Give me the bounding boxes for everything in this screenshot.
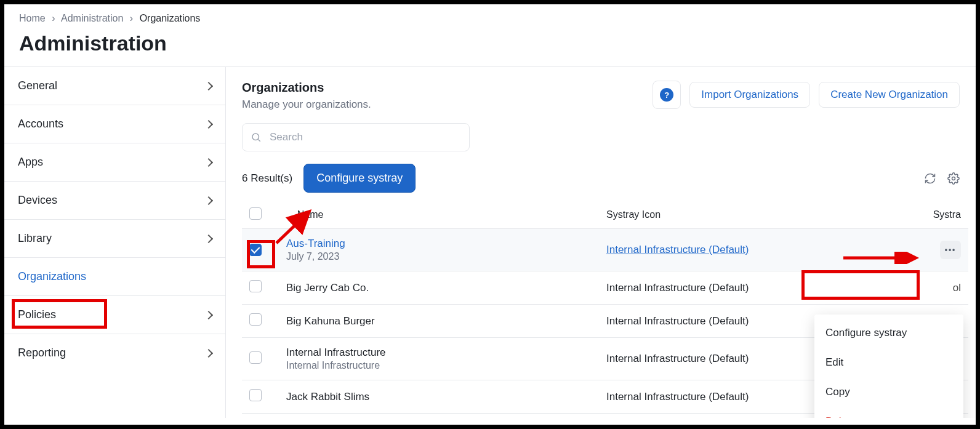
help-button[interactable]: ?	[653, 81, 681, 109]
sidebar: General Accounts Apps Devices Library Or…	[4, 67, 226, 418]
systray-icon-value: Internal Infrastructure (Default)	[606, 282, 749, 294]
systray-icon-value: Internal Infrastructure (Default)	[606, 353, 749, 364]
import-organizations-button[interactable]: Import Organizations	[689, 82, 810, 108]
sidebar-item-accounts[interactable]: Accounts	[4, 105, 225, 143]
section-subtitle: Manage your organizations.	[242, 98, 371, 111]
breadcrumb-home[interactable]: Home	[19, 13, 46, 23]
column-header-name[interactable]: Name	[279, 201, 599, 229]
chevron-right-icon	[204, 119, 213, 128]
sidebar-item-label: Library	[18, 232, 52, 245]
gear-icon[interactable]	[947, 172, 960, 185]
results-count: 6 Result(s)	[242, 172, 292, 185]
select-all-checkbox[interactable]	[249, 207, 262, 220]
sidebar-item-label: Devices	[18, 194, 57, 207]
row-checkbox[interactable]	[249, 244, 262, 256]
sidebar-item-library[interactable]: Library	[4, 220, 225, 258]
organization-name: Big Kahuna Burger	[286, 315, 375, 327]
organization-name: Internal Infrastructure	[286, 347, 386, 358]
menu-edit[interactable]: Edit	[814, 348, 963, 377]
organization-date: July 7, 2023	[286, 251, 592, 262]
chevron-right-icon	[204, 81, 213, 90]
svg-point-0	[252, 134, 259, 140]
organization-subname: Internal Infrastructure	[286, 360, 592, 371]
row-checkbox[interactable]	[249, 351, 262, 364]
sidebar-item-general[interactable]: General	[4, 67, 225, 105]
row-checkbox[interactable]	[249, 389, 262, 401]
row-actions-button[interactable]: •••	[940, 241, 961, 259]
organization-name: Jack Rabbit Slims	[286, 391, 369, 403]
sidebar-item-reporting[interactable]: Reporting	[4, 334, 225, 372]
chevron-right-icon	[204, 196, 213, 204]
main-panel: Organizations Manage your organizations.…	[226, 67, 976, 418]
column-header-systray2[interactable]: Systra	[888, 201, 968, 229]
sidebar-item-label: General	[18, 79, 57, 92]
configure-systray-button[interactable]: Configure systray	[303, 164, 416, 193]
sidebar-item-label: Accounts	[18, 118, 63, 130]
sidebar-item-devices[interactable]: Devices	[4, 182, 225, 220]
table-row: Aus-Training July 7, 2023 Internal Infra…	[242, 229, 968, 271]
svg-line-1	[258, 139, 260, 141]
organization-name-link[interactable]: Aus-Training	[286, 238, 345, 249]
sidebar-item-label: Organizations	[18, 270, 86, 283]
create-organization-button[interactable]: Create New Organization	[819, 82, 960, 108]
sidebar-item-apps[interactable]: Apps	[4, 143, 225, 182]
search-input[interactable]	[242, 123, 470, 151]
organization-name: Big Jerry Cab Co.	[286, 282, 369, 294]
page-title: Administration	[19, 31, 961, 55]
chevron-right-icon	[204, 310, 213, 319]
sidebar-item-label: Policies	[18, 308, 56, 321]
chevron-right-icon: ›	[130, 13, 133, 23]
section-title: Organizations	[242, 81, 371, 95]
menu-delete[interactable]: Delete	[814, 407, 963, 418]
chevron-right-icon: ›	[52, 13, 55, 23]
systray-icon-value: Internal Infrastructure (Default)	[606, 315, 749, 327]
search-icon	[251, 132, 262, 143]
refresh-icon[interactable]	[924, 172, 936, 185]
menu-configure-systray[interactable]: Configure systray	[814, 318, 963, 348]
table-row: Big Jerry Cab Co. Internal Infrastructur…	[242, 271, 968, 305]
breadcrumb: Home › Administration › Organizations	[4, 4, 976, 25]
breadcrumb-current: Organizations	[140, 13, 201, 23]
chevron-right-icon	[204, 348, 213, 357]
column-header-systray[interactable]: Systray Icon	[599, 201, 888, 229]
sidebar-item-policies[interactable]: Policies	[4, 296, 225, 334]
sidebar-item-label: Reporting	[18, 347, 66, 359]
sidebar-item-label: Apps	[18, 156, 43, 169]
systray-icon-value: Internal Infrastructure (Default)	[606, 391, 749, 403]
more-icon: •••	[945, 246, 957, 254]
help-icon: ?	[660, 88, 673, 102]
systray-icon-link[interactable]: Internal Infrastructure (Default)	[606, 244, 749, 255]
row-checkbox[interactable]	[249, 280, 262, 292]
chevron-right-icon	[204, 158, 213, 166]
chevron-right-icon	[204, 234, 213, 243]
breadcrumb-admin[interactable]: Administration	[61, 13, 123, 23]
row-context-menu: Configure systray Edit Copy Delete	[814, 315, 963, 418]
row-checkbox[interactable]	[249, 313, 262, 326]
sidebar-item-organizations[interactable]: Organizations	[4, 258, 225, 296]
menu-copy[interactable]: Copy	[814, 377, 963, 407]
svg-point-2	[952, 177, 955, 180]
